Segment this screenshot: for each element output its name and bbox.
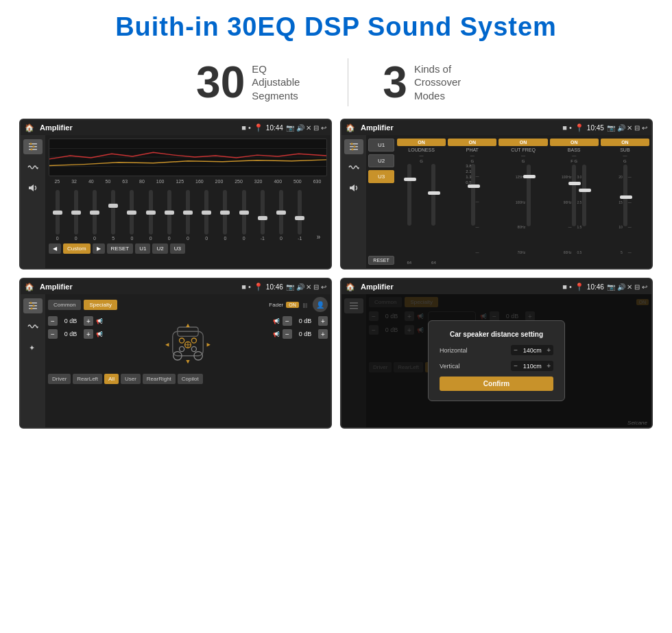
slider-12[interactable]: 0 bbox=[272, 190, 289, 241]
sp-plus-1[interactable]: + bbox=[84, 316, 93, 326]
sp-specialty-btn[interactable]: Specialty bbox=[84, 300, 117, 310]
slider-1[interactable]: 0 bbox=[67, 190, 84, 241]
co-cutfreq-on[interactable]: ON bbox=[499, 139, 547, 146]
co-phat-on[interactable]: ON bbox=[448, 139, 496, 146]
eq-number: 30 bbox=[196, 60, 245, 104]
slider-7[interactable]: 0 bbox=[179, 190, 196, 241]
sp-driver-btn[interactable]: Driver bbox=[48, 374, 71, 384]
eq-next-btn[interactable]: ▶ bbox=[93, 243, 105, 254]
slider-0[interactable]: 0 bbox=[49, 190, 66, 241]
sp-right: 📢 − 0 dB + 📢 − 0 dB + bbox=[224, 316, 328, 371]
eq-status-icons: 📷 🔊 ✕ ⊟ ↩ bbox=[286, 124, 326, 132]
eq-freq-labels: 253240506380100125160200250320400500630 bbox=[49, 179, 327, 184]
dialog-vertical-value: 110cm bbox=[520, 363, 544, 370]
confirm-button[interactable]: Confirm bbox=[440, 377, 553, 391]
dialog-vertical-minus[interactable]: − bbox=[514, 362, 518, 370]
slider-10[interactable]: 0 bbox=[235, 190, 252, 241]
co-status-icons: 📷 🔊 ✕ ⊟ ↩ bbox=[607, 124, 647, 132]
co-reset-btn[interactable]: RESET bbox=[368, 256, 394, 265]
eq-icons: ■ • bbox=[241, 123, 251, 132]
eq-reset-btn[interactable]: RESET bbox=[107, 243, 134, 254]
sp-user-btn[interactable]: User bbox=[121, 374, 141, 384]
sp-plus-4[interactable]: + bbox=[318, 329, 328, 339]
eq-u1-btn[interactable]: U1 bbox=[135, 243, 150, 254]
slider-8[interactable]: 0 bbox=[198, 190, 215, 241]
co-cutfreq-slider[interactable] bbox=[527, 165, 531, 226]
slider-11[interactable]: -1 bbox=[254, 190, 271, 241]
co-preset-u1[interactable]: U1 bbox=[368, 139, 394, 152]
sp-person-icon: 👤 bbox=[313, 297, 328, 312]
co-sub-slider[interactable] bbox=[623, 165, 627, 226]
location-icon: 📍 bbox=[254, 123, 263, 132]
dialog-overlay: Car speaker distance setting Horizontal … bbox=[341, 294, 651, 427]
co-phat: ON PHAT — G 3.8 2.1 1.3 0 bbox=[448, 139, 496, 265]
screen-dialog: 🏠 Amplifier ■ • 📍 10:46 📷 🔊 ✕ ⊟ ↩ Common… bbox=[340, 278, 653, 429]
sp-plus-2[interactable]: + bbox=[84, 329, 93, 339]
sp-plus-3[interactable]: + bbox=[318, 316, 328, 326]
slider-9[interactable]: 0 bbox=[217, 190, 234, 241]
slider-2[interactable]: 0 bbox=[86, 190, 103, 241]
slider-13[interactable]: -1 bbox=[291, 190, 309, 241]
co-sub-on[interactable]: ON bbox=[601, 139, 649, 146]
sp-sidebar: ✦ bbox=[21, 294, 45, 427]
co-bass-slider1[interactable] bbox=[572, 165, 576, 226]
slider-expand: » bbox=[310, 233, 327, 241]
sp-rearleft-btn[interactable]: RearLeft bbox=[73, 374, 102, 384]
sp-minus-3[interactable]: − bbox=[283, 316, 292, 326]
dialog-vertical-plus[interactable]: + bbox=[547, 362, 551, 370]
dialog-vertical-label: Vertical bbox=[440, 363, 508, 370]
sp-content: ✦ Common Specialty Fader ON ||| 👤 bbox=[21, 294, 331, 427]
sp-minus-2[interactable]: − bbox=[48, 329, 58, 339]
sp-db-row-4: 📢 − 0 dB + bbox=[273, 329, 328, 339]
eq-u2-btn[interactable]: U2 bbox=[152, 243, 167, 254]
dialog-horizontal-ctrl: − 140cm + bbox=[511, 345, 553, 355]
slider-6[interactable]: 0 bbox=[160, 190, 178, 241]
sp-sidebar-bt[interactable]: ✦ bbox=[23, 339, 43, 355]
co-bass-on[interactable]: ON bbox=[550, 139, 599, 146]
eq-u3-btn[interactable]: U3 bbox=[170, 243, 185, 254]
co-sidebar-wave[interactable] bbox=[344, 160, 363, 175]
eq-sidebar-volume[interactable] bbox=[23, 180, 43, 195]
co-sidebar-volume[interactable] bbox=[344, 180, 363, 195]
dlg-time: 10:46 bbox=[587, 283, 604, 291]
eq-sliders: 0 0 0 5 0 0 0 0 0 0 0 -1 0 -1 » bbox=[49, 186, 327, 241]
eq-sidebar-wave[interactable] bbox=[23, 160, 43, 175]
eq-bottom-bar: ◀ Custom ▶ RESET U1 U2 U3 bbox=[49, 243, 327, 254]
sp-sidebar-wave[interactable] bbox=[23, 319, 43, 334]
co-preset-u3[interactable]: U3 bbox=[368, 170, 394, 183]
sp-all-btn[interactable]: All bbox=[104, 374, 119, 384]
co-loudness-on[interactable]: ON bbox=[397, 139, 446, 146]
slider-4[interactable]: 0 bbox=[123, 190, 141, 241]
slider-3[interactable]: 5 bbox=[105, 190, 122, 241]
sp-body: − 0 dB + 📢 − 0 dB + 📢 bbox=[48, 316, 328, 371]
dialog-horizontal-minus[interactable]: − bbox=[514, 346, 518, 354]
sp-copilot-btn[interactable]: Copilot bbox=[178, 374, 203, 384]
sp-db-val-4: 0 dB bbox=[295, 331, 315, 337]
sp-rearright-btn[interactable]: RearRight bbox=[143, 374, 176, 384]
svg-marker-35 bbox=[186, 324, 189, 327]
svg-rect-2 bbox=[29, 149, 37, 150]
co-preset-u2[interactable]: U2 bbox=[368, 154, 394, 167]
co-phat-slider[interactable] bbox=[471, 164, 475, 226]
svg-point-14 bbox=[354, 145, 356, 147]
sp-sidebar-filter[interactable] bbox=[23, 298, 43, 313]
sp-minus-4[interactable]: − bbox=[283, 329, 292, 339]
crossover-number: 3 bbox=[383, 60, 407, 104]
dialog-horizontal-plus[interactable]: + bbox=[547, 346, 551, 354]
sp-left: − 0 dB + 📢 − 0 dB + 📢 bbox=[48, 316, 152, 371]
sp-common-btn[interactable]: Common bbox=[48, 300, 81, 310]
dlg-status-bar: 🏠 Amplifier ■ • 📍 10:46 📷 🔊 ✕ ⊟ ↩ bbox=[341, 279, 651, 294]
co-sidebar-filter[interactable] bbox=[344, 139, 363, 154]
eq-prev-btn[interactable]: ◀ bbox=[49, 243, 61, 254]
co-bass-slider2[interactable] bbox=[582, 165, 586, 226]
eq-custom-btn[interactable]: Custom bbox=[63, 243, 91, 254]
co-loudness-slider1[interactable] bbox=[407, 164, 411, 226]
distance-dialog: Car speaker distance setting Horizontal … bbox=[428, 320, 565, 401]
dialog-title-text: Car speaker distance setting bbox=[440, 331, 553, 338]
eq-sidebar-filter[interactable] bbox=[23, 139, 43, 154]
eq-time: 10:44 bbox=[266, 124, 283, 132]
co-loudness-slider2[interactable] bbox=[431, 164, 435, 226]
sp-minus-1[interactable]: − bbox=[48, 316, 58, 326]
sp-speaker-icon-4: 📢 bbox=[273, 331, 280, 337]
slider-5[interactable]: 0 bbox=[142, 190, 159, 241]
